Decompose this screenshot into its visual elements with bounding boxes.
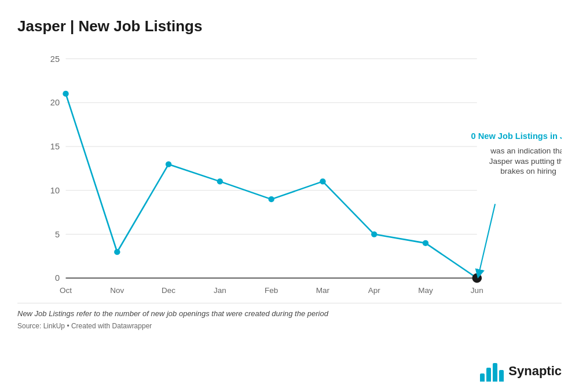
svg-text:Oct: Oct	[60, 286, 72, 295]
svg-text:Nov: Nov	[110, 286, 124, 295]
annotation-body-line2: Jasper was putting the	[489, 157, 562, 166]
svg-text:25: 25	[50, 54, 60, 64]
svg-text:Mar: Mar	[316, 286, 330, 295]
logo: Synaptic	[480, 361, 562, 382]
svg-text:10: 10	[50, 186, 60, 195]
logo-bar-1	[480, 373, 485, 382]
data-point-dec	[166, 162, 171, 167]
data-line	[66, 94, 477, 278]
data-point-feb	[268, 196, 274, 202]
data-point-jan	[217, 178, 223, 184]
footer-note: New Job Listings refer to the number of …	[17, 308, 376, 320]
svg-text:20: 20	[50, 98, 60, 107]
svg-text:Jan: Jan	[214, 286, 226, 295]
footer-area: New Job Listings refer to the number of …	[17, 303, 562, 330]
logo-icon	[480, 361, 504, 382]
data-point-mar	[320, 178, 325, 184]
svg-text:Dec: Dec	[162, 286, 175, 295]
svg-text:2023: 2023	[211, 295, 229, 296]
svg-text:2022: 2022	[57, 295, 74, 296]
logo-bar-2	[486, 368, 491, 382]
chart-area: 25 20 15 10 5 0 Oct 2022 Nov Dec Jan 202…	[17, 47, 562, 296]
chart-container: Jasper | New Job Listings 25 20 15 10 5 …	[0, 0, 579, 392]
data-point-oct	[63, 91, 68, 97]
annotation-body-line3: brakes on hiring	[500, 167, 556, 175]
svg-text:Apr: Apr	[368, 286, 381, 295]
annotation-body-line1: was an indication that	[490, 146, 562, 155]
logo-bar-3	[493, 363, 497, 382]
chart-title: Jasper | New Job Listings	[17, 17, 562, 35]
annotation-arrow	[479, 204, 495, 274]
logo-text: Synaptic	[508, 364, 562, 379]
annotation-title-line1: 0 New Job Listings in June	[471, 131, 562, 141]
svg-text:5: 5	[55, 230, 60, 239]
line-chart: 25 20 15 10 5 0 Oct 2022 Nov Dec Jan 202…	[17, 47, 562, 296]
data-point-nov	[114, 249, 120, 255]
data-point-may	[423, 240, 428, 246]
logo-bar-4	[499, 370, 504, 382]
svg-text:0: 0	[55, 274, 60, 283]
svg-text:15: 15	[50, 142, 60, 151]
data-point-apr	[371, 231, 377, 237]
svg-text:Feb: Feb	[265, 286, 278, 295]
svg-text:May: May	[418, 286, 433, 295]
footer-source: Source: LinkUp • Created with Datawrappe…	[17, 322, 562, 330]
data-point-jun	[472, 274, 481, 282]
svg-text:Jun: Jun	[471, 286, 483, 295]
